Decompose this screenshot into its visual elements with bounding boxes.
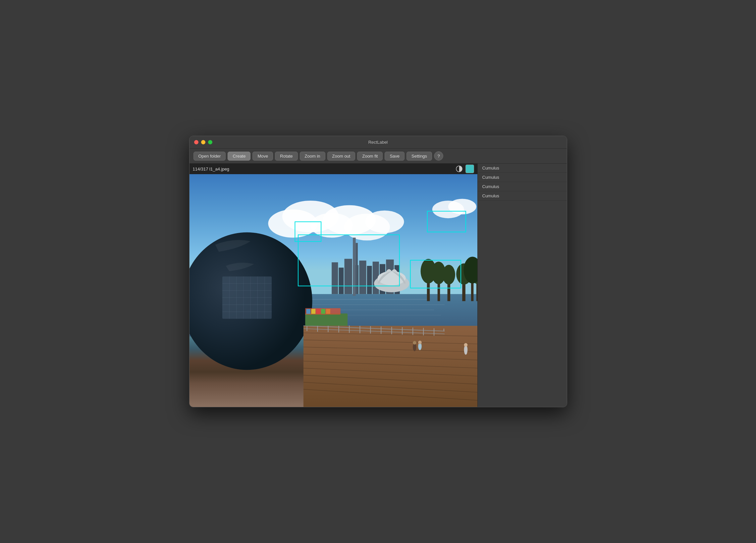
svg-rect-89: [311, 309, 315, 314]
zoom-out-button[interactable]: Zoom out: [327, 152, 355, 161]
svg-rect-16: [339, 268, 344, 294]
save-button[interactable]: Save: [385, 152, 405, 161]
color-swatch[interactable]: [465, 165, 474, 173]
sidebar-item-1[interactable]: Cumulus: [478, 173, 567, 182]
svg-rect-90: [316, 309, 320, 314]
settings-button[interactable]: Settings: [406, 152, 432, 161]
open-folder-button[interactable]: Open folder: [193, 152, 226, 161]
contrast-button[interactable]: [455, 165, 463, 173]
rotate-button[interactable]: Rotate: [275, 152, 297, 161]
svg-rect-19: [359, 261, 366, 294]
svg-rect-17: [344, 259, 352, 294]
svg-point-7: [365, 211, 404, 233]
titlebar: RectLabel: [189, 136, 567, 149]
svg-point-85: [464, 343, 467, 347]
scene-svg: [189, 174, 477, 407]
svg-rect-20: [367, 266, 372, 294]
image-controls: [455, 165, 474, 173]
svg-point-9: [448, 199, 476, 215]
svg-point-83: [418, 341, 422, 344]
svg-rect-88: [306, 309, 310, 314]
zoom-fit-button[interactable]: Zoom fit: [357, 152, 383, 161]
image-panel: 114/317 l1_a4.jpeg: [189, 164, 477, 407]
close-button[interactable]: [194, 140, 198, 144]
sidebar-item-0[interactable]: Cumulus: [478, 164, 567, 173]
move-button[interactable]: Move: [252, 152, 273, 161]
toolbar: Open folder Create Move Rotate Zoom in Z…: [189, 149, 567, 164]
minimize-button[interactable]: [201, 140, 205, 144]
svg-rect-91: [321, 309, 325, 314]
create-button[interactable]: Create: [228, 152, 250, 161]
main-content: 114/317 l1_a4.jpeg: [189, 164, 567, 407]
help-button[interactable]: ?: [434, 151, 443, 161]
contrast-icon: [456, 166, 462, 172]
sidebar-item-2[interactable]: Cumulus: [478, 182, 567, 191]
app-window: RectLabel Open folder Create Move Rotate…: [189, 136, 567, 407]
svg-rect-92: [326, 309, 330, 314]
sidebar-item-3[interactable]: Cumulus: [478, 191, 567, 201]
svg-point-34: [442, 265, 455, 285]
zoom-in-button[interactable]: Zoom in: [300, 152, 325, 161]
scene-image: [189, 174, 477, 407]
maximize-button[interactable]: [208, 140, 212, 144]
canvas-area[interactable]: [189, 174, 477, 407]
svg-rect-15: [332, 262, 338, 294]
image-info-bar: 114/317 l1_a4.jpeg: [189, 164, 477, 174]
svg-rect-25: [353, 238, 356, 296]
window-title: RectLabel: [368, 140, 388, 145]
sidebar: Cumulus Cumulus Cumulus Cumulus: [477, 164, 567, 407]
svg-point-81: [413, 341, 416, 345]
image-info-label: 114/317 l1_a4.jpeg: [193, 167, 230, 172]
traffic-lights: [194, 140, 212, 144]
svg-rect-26: [355, 243, 357, 294]
svg-rect-86: [305, 313, 348, 326]
